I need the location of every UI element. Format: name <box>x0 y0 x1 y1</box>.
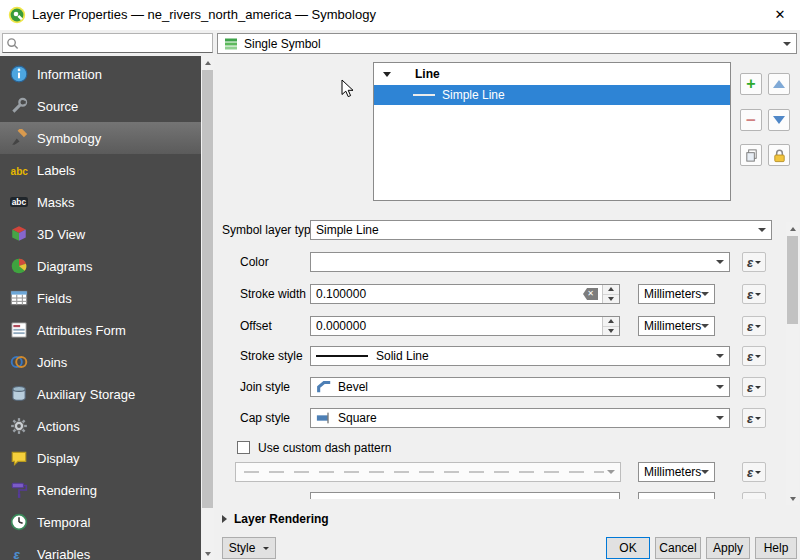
ok-button[interactable]: OK <box>606 537 650 559</box>
spin-down-button[interactable] <box>603 295 619 304</box>
paintbrush-icon <box>10 129 28 147</box>
chevron-down-icon <box>755 386 761 389</box>
svg-text:ε: ε <box>13 547 20 560</box>
sidebar-item-information[interactable]: Information <box>0 58 201 90</box>
color-label: Color <box>240 252 269 272</box>
move-down-button[interactable] <box>768 109 790 131</box>
line-preview-icon <box>413 94 435 96</box>
join-style-combo[interactable]: Bevel <box>310 377 730 397</box>
chevron-down-icon <box>263 547 269 550</box>
sidebar-item-temporal[interactable]: Temporal <box>0 506 201 538</box>
custom-dash-pattern-widget[interactable] <box>235 462 621 482</box>
stroke-width-unit-combo[interactable]: Millimeters <box>638 284 715 304</box>
color-button[interactable] <box>310 252 730 272</box>
symbol-layer-type-combo[interactable]: Simple Line <box>310 220 772 240</box>
duplicate-symbol-layer-button[interactable] <box>740 144 762 166</box>
stroke-style-data-defined-override-button[interactable]: ε <box>742 346 766 366</box>
wrench-icon <box>10 97 28 115</box>
square-cap-icon <box>316 411 332 425</box>
stroke-width-spinbox[interactable]: 0.100000 ✕ <box>310 284 620 304</box>
offset-data-defined-override-button[interactable]: ε <box>742 316 766 336</box>
scroll-up-icon[interactable] <box>786 222 799 235</box>
layer-rendering-section[interactable]: Layer Rendering <box>222 512 329 526</box>
cap-style-data-defined-override-button[interactable]: ε <box>742 408 766 428</box>
window-title: Layer Properties — ne_rivers_north_ameri… <box>32 0 376 30</box>
dash-unit-combo[interactable]: Millimeters <box>638 462 715 482</box>
apply-button[interactable]: Apply <box>706 537 750 559</box>
sidebar-item-variables[interactable]: ε Variables <box>0 538 201 560</box>
expander-icon[interactable] <box>383 72 391 77</box>
symbol-layer-type-label: Symbol layer type <box>222 220 317 240</box>
close-button[interactable]: ✕ <box>768 4 792 26</box>
symbol-renderer-combo[interactable]: Single Symbol <box>217 33 797 54</box>
stroke-style-combo[interactable]: Solid Line <box>310 346 730 366</box>
sidebar-item-joins[interactable]: Joins <box>0 346 201 378</box>
scroll-down-icon[interactable] <box>786 492 799 505</box>
use-custom-dash-label: Use custom dash pattern <box>258 438 391 458</box>
color-data-defined-override-button[interactable]: ε <box>742 252 766 272</box>
sidebar-item-attributes-form[interactable]: Attributes Form <box>0 314 201 346</box>
expression-icon: ε <box>747 381 753 394</box>
sidebar-scrollbar[interactable] <box>201 56 214 560</box>
help-button[interactable]: Help <box>755 537 797 559</box>
spin-down-button[interactable] <box>603 327 619 336</box>
plus-icon: + <box>746 76 755 92</box>
sidebar-scrollbar-thumb[interactable] <box>202 70 213 508</box>
arrow-up-icon <box>773 80 785 88</box>
dash-data-defined-override-button[interactable]: ε <box>742 462 766 482</box>
layer-rendering-label: Layer Rendering <box>234 512 329 526</box>
sidebar-item-diagrams[interactable]: Diagrams <box>0 250 201 282</box>
clipped-spinbox[interactable] <box>310 492 620 499</box>
sidebar-item-symbology[interactable]: Symbology <box>0 122 201 154</box>
chevron-down-icon <box>783 42 791 46</box>
table-fields-icon <box>10 289 28 307</box>
sidebar-item-masks[interactable]: abc Masks <box>0 186 201 218</box>
cap-style-label: Cap style <box>240 408 290 428</box>
chevron-down-icon <box>716 354 724 358</box>
symbol-layer-type-value: Simple Line <box>316 223 379 237</box>
properties-scrollbar-thumb[interactable] <box>787 236 798 324</box>
titlebar: Layer Properties — ne_rivers_north_ameri… <box>0 0 800 30</box>
stroke-width-data-defined-override-button[interactable]: ε <box>742 284 766 304</box>
scroll-down-icon[interactable] <box>201 547 214 560</box>
symbol-tree-root-row[interactable]: Line <box>374 63 730 85</box>
labels-abc-icon: abc <box>10 161 28 179</box>
sidebar-item-auxiliary-storage[interactable]: Auxiliary Storage <box>0 378 201 410</box>
join-style-data-defined-override-button[interactable]: ε <box>742 377 766 397</box>
qgis-logo-icon <box>8 6 26 24</box>
add-symbol-layer-button[interactable]: + <box>740 73 762 95</box>
sidebar-item-fields[interactable]: Fields <box>0 282 201 314</box>
style-menu-button[interactable]: Style <box>222 537 276 559</box>
offset-spinbox[interactable]: 0.000000 <box>310 316 620 336</box>
symbol-tree-simple-line-row[interactable]: Simple Line <box>374 85 730 105</box>
property-search <box>2 33 213 53</box>
offset-unit-combo[interactable]: Millimeters <box>638 316 715 336</box>
info-icon <box>10 65 28 83</box>
sidebar-item-rendering[interactable]: Rendering <box>0 474 201 506</box>
clock-icon <box>10 513 28 531</box>
sidebar-item-labels[interactable]: abc Labels <box>0 154 201 186</box>
use-custom-dash-checkbox[interactable] <box>237 441 250 454</box>
clipped-unit-combo[interactable] <box>638 492 715 499</box>
expression-icon: ε <box>747 320 753 333</box>
remove-symbol-layer-button[interactable]: − <box>740 109 762 131</box>
style-button-label: Style <box>229 541 256 555</box>
properties-scrollbar[interactable] <box>786 222 799 505</box>
sidebar-item-source[interactable]: Source <box>0 90 201 122</box>
move-up-button[interactable] <box>768 73 790 95</box>
lock-color-button[interactable] <box>768 144 790 166</box>
cap-style-combo[interactable]: Square <box>310 408 730 428</box>
spin-up-button[interactable] <box>603 285 619 295</box>
cancel-button[interactable]: Cancel <box>655 537 701 559</box>
sidebar-item-display[interactable]: Display <box>0 442 201 474</box>
cap-style-value: Square <box>338 411 377 425</box>
spin-up-button[interactable] <box>603 317 619 327</box>
chevron-down-icon <box>701 292 709 296</box>
sidebar-item-3d-view[interactable]: 3D View <box>0 218 201 250</box>
sidebar-item-actions[interactable]: Actions <box>0 410 201 442</box>
search-input[interactable] <box>19 35 212 51</box>
clipped-form-row <box>216 490 786 499</box>
scroll-up-icon[interactable] <box>201 56 214 69</box>
clipped-override-button[interactable] <box>742 492 766 499</box>
chevron-down-icon <box>607 470 615 474</box>
